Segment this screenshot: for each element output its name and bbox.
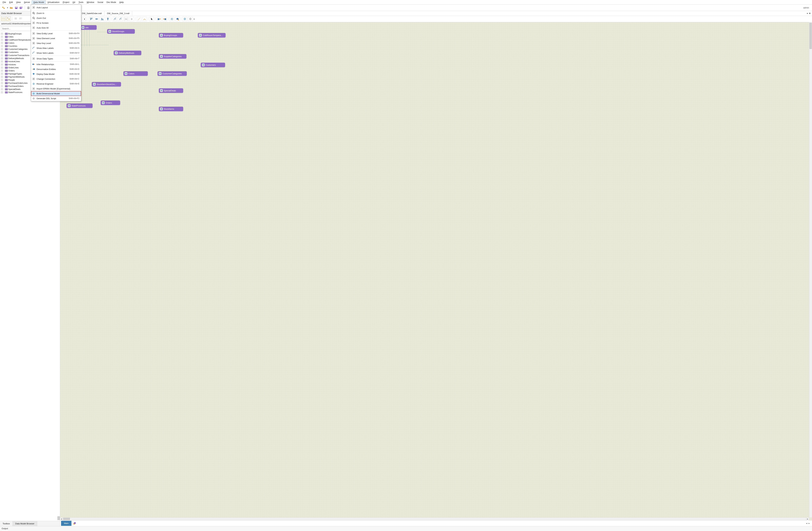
menu-virtualization[interactable]: Virtualization [46, 0, 61, 4]
curve-tool-icon[interactable] [142, 17, 147, 21]
db-entity-icon[interactable] [175, 17, 180, 21]
entity-stockgroups[interactable]: StockGroups [107, 29, 135, 34]
scrollbar-thumb[interactable] [58, 516, 60, 520]
menu-item-deploy-data-model[interactable]: Deploy Data ModelShift+Alt+M [31, 72, 81, 76]
entity-stockitemstockgro-[interactable]: StockItemStockGro... [92, 82, 121, 87]
menu-edit[interactable]: Edit [8, 0, 14, 4]
entity-coldroomtempera-[interactable]: ColdRoomTempera... [198, 33, 226, 38]
scroll-right-icon[interactable]: ▸ [806, 517, 809, 520]
menu-data-model[interactable]: Data Model [32, 0, 46, 4]
scrollbar-thumb[interactable] [810, 23, 812, 49]
prev-diagram-icon[interactable]: ◂ [806, 522, 807, 525]
menu-server[interactable]: Server [22, 0, 32, 4]
align-top-icon[interactable] [89, 17, 93, 21]
expand-icon[interactable]: + [1, 70, 3, 72]
line-tool-icon[interactable] [137, 17, 141, 21]
menu-item-zoom-in[interactable]: Zoom In [31, 11, 81, 16]
add-diagram-icon[interactable] [73, 521, 76, 525]
export-entity-icon[interactable] [162, 17, 167, 21]
expand-icon[interactable]: + [1, 58, 3, 59]
expand-icon[interactable]: + [1, 33, 3, 35]
zoom-dropdown-icon[interactable]: ▾ [83, 17, 86, 21]
menu-item-show-data-types[interactable]: Show Data TypesShift+Alt+T [31, 56, 81, 61]
expand-icon[interactable]: + [1, 61, 3, 62]
gear-dropdown-icon[interactable]: ▾ [193, 18, 195, 20]
expand-icon[interactable]: + [1, 64, 3, 65]
side-tab-toolbox[interactable]: Toolbox [0, 521, 13, 526]
dropdown-arrow-icon[interactable]: ▾ [6, 6, 9, 10]
menu-social[interactable]: Social [96, 0, 105, 4]
menu-window[interactable]: Window [85, 0, 96, 4]
vertical-scrollbar[interactable] [809, 22, 812, 517]
list-icon-1[interactable] [14, 16, 18, 20]
expand-icon[interactable]: + [1, 54, 3, 56]
new-diagram-icon[interactable] [2, 6, 5, 10]
entity-stockitems[interactable]: StockItems [159, 107, 183, 111]
view-mode-icon-2[interactable] [6, 16, 11, 20]
menu-item-view-element-level[interactable]: View Element LevelShift+Alt+F5 [31, 36, 81, 41]
menu-file[interactable]: File [1, 0, 8, 4]
entity-ces[interactable]: ces [81, 25, 97, 30]
entity-customers[interactable]: Customers [201, 63, 225, 67]
list-icon-2[interactable] [19, 16, 23, 20]
expand-icon[interactable]: + [1, 82, 3, 84]
menu-item-auto-size-all[interactable]: Auto-Size All [31, 25, 81, 30]
menu-view[interactable]: View [14, 0, 22, 4]
pointer-icon[interactable] [149, 17, 154, 21]
entity-customercategories[interactable]: CustomerCategories [158, 71, 187, 76]
entity-orders[interactable]: Orders [101, 101, 120, 105]
horizontal-scrollbar[interactable]: ◂ ▸ [60, 517, 809, 520]
menu-item-generate-ddl-script[interactable]: ⚙Generate DDL ScriptShift+Alt+F2 [31, 96, 81, 101]
entity-colors[interactable]: Colors [124, 71, 148, 76]
entity-specialdeals[interactable]: SpecialDeals [159, 88, 183, 93]
menu-item-import-erwin-model-experimental-[interactable]: Import ERWin Model (Experimental) [31, 86, 81, 91]
menu-item-denormalize-entities[interactable]: Denormalize EntitiesShift+Alt+D [31, 67, 81, 72]
menu-project[interactable]: Project [61, 0, 71, 4]
expand-icon[interactable]: + [1, 45, 3, 47]
menu-dev-mode[interactable]: Dev Mode [105, 0, 118, 4]
menu-item-build-dimensional-model[interactable]: ⚙Build Dimensional Model [31, 91, 81, 96]
expand-icon[interactable]: + [1, 91, 3, 93]
menu-item-infer-relationships[interactable]: Infer RelationshipsShift+Alt+L [31, 62, 81, 67]
menu-item-show-alias-labels[interactable]: Show Alias LabelsShift+Alt+A [31, 46, 81, 50]
import-entity-icon[interactable] [157, 17, 161, 21]
diagram-tab-main[interactable]: Main [61, 521, 71, 526]
expand-icon[interactable]: + [1, 73, 3, 75]
gear-grey-icon[interactable]: ⚙ [188, 17, 193, 21]
menu-item-fit-to-screen[interactable]: Fit to Screen [31, 20, 81, 25]
expand-icon[interactable]: + [1, 39, 3, 41]
view-mode-icon-1[interactable] [1, 16, 5, 20]
entity-deliverymethods[interactable]: DeliveryMethods [114, 51, 141, 55]
scroll-left-icon[interactable]: ◂ [60, 517, 63, 520]
menu-item-change-connection[interactable]: Change ConnectionShift+Alt+C [31, 76, 81, 81]
diagram-canvas[interactable]: cesStockGroupsBuyingGroupsColdRoomTemper… [60, 22, 812, 520]
side-tab-data-model-browser[interactable]: Data Model Browser [13, 521, 37, 526]
expand-icon[interactable]: + [1, 85, 3, 87]
datatype-toggle-icon[interactable]: Abc [124, 17, 129, 21]
menu-item-reverse-engineer[interactable]: ⚙Reverse EngineerShift+Alt+E [31, 81, 81, 86]
minimize-tab-icon[interactable]: ▾ [807, 12, 808, 15]
menu-item-auto-layout[interactable]: Auto Layout [31, 5, 81, 10]
connector-v-icon[interactable]: V [118, 17, 123, 21]
scrollbar-thumb[interactable] [63, 518, 70, 520]
expand-icon[interactable]: + [1, 48, 3, 50]
expand-icon[interactable]: + [1, 42, 3, 44]
expand-icon[interactable]: + [1, 67, 3, 69]
entity-stateprovinces[interactable]: StateProvinces [67, 103, 92, 108]
connector-a-icon[interactable]: A [113, 17, 117, 21]
menu-item-show-verb-labels[interactable]: Show Verb LabelsShift+Alt+V [31, 50, 81, 55]
menu-tools[interactable]: Tools [77, 0, 85, 4]
editor-tab[interactable]: DW_SaleNOrder.mdl [79, 11, 104, 16]
menu-item-view-entity-level[interactable]: View Entity LevelShift+Alt+F4 [31, 31, 81, 36]
close-tab-icon[interactable]: ✕ [809, 12, 811, 15]
menu-item-zoom-out[interactable]: Zoom Out [31, 16, 81, 20]
align-middle-icon[interactable] [95, 17, 99, 21]
menu-help[interactable]: Help [118, 0, 125, 4]
expand-icon[interactable]: + [1, 36, 3, 38]
output-panel-header[interactable]: Output [0, 526, 812, 531]
expand-icon[interactable]: + [1, 76, 3, 78]
db-icon[interactable] [27, 6, 30, 10]
gear-blue-icon[interactable]: ⚙ [183, 17, 187, 21]
align-bottom-icon[interactable] [100, 17, 105, 21]
save-all-icon[interactable] [19, 6, 23, 10]
